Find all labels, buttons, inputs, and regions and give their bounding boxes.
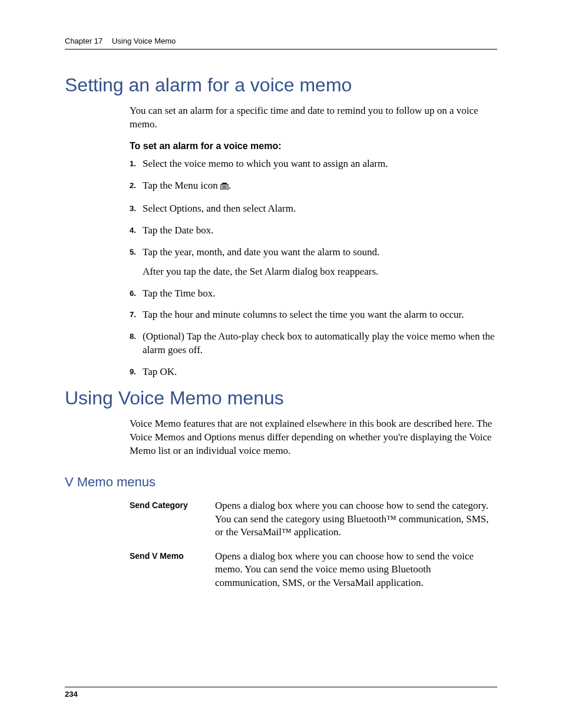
step-item: 8. (Optional) Tap the Auto-play check bo… bbox=[130, 330, 497, 357]
step-text: Select the voice memo to which you want … bbox=[143, 157, 388, 171]
step-item: 6. Tap the Time box. bbox=[130, 287, 497, 301]
menu-term: Send Category bbox=[130, 499, 215, 510]
subsection-title-vmemo: V Memo menus bbox=[65, 475, 497, 490]
step-text: Select Options, and then select Alarm. bbox=[143, 202, 296, 216]
step-text: Tap the year, month, and date you want t… bbox=[143, 246, 379, 279]
section-title-menus: Using Voice Memo menus bbox=[65, 387, 497, 409]
procedure-title: To set an alarm for a voice memo: bbox=[130, 141, 497, 151]
step-number: 4. bbox=[130, 224, 143, 235]
menu-desc: Opens a dialog box where you can choose … bbox=[215, 550, 497, 590]
step-number: 3. bbox=[130, 202, 143, 213]
procedure-steps: 1. Select the voice memo to which you wa… bbox=[130, 157, 497, 379]
menu-row: Send Category Opens a dialog box where y… bbox=[130, 499, 497, 539]
step-item: 4. Tap the Date box. bbox=[130, 224, 497, 238]
menu-desc: Opens a dialog box where you can choose … bbox=[215, 499, 497, 539]
section-menus-body: Voice Memo features that are not explain… bbox=[130, 417, 497, 458]
step-item: 5. Tap the year, month, and date you wan… bbox=[130, 246, 497, 279]
section-alarm-body: You can set an alarm for a specific time… bbox=[130, 104, 497, 379]
header-chapter: Chapter 17 bbox=[65, 37, 103, 45]
step-number: 8. bbox=[130, 330, 143, 341]
intro-paragraph: You can set an alarm for a specific time… bbox=[130, 104, 497, 131]
step-text-post: . bbox=[229, 180, 231, 191]
document-page: Chapter 17 Using Voice Memo Setting an a… bbox=[0, 0, 562, 728]
menu-icon bbox=[220, 180, 229, 194]
step-text: Tap the Menu icon . bbox=[143, 179, 231, 194]
step-text: Tap the Date box. bbox=[143, 224, 214, 238]
step-text-main: Tap the year, month, and date you want t… bbox=[143, 246, 379, 258]
running-header: Chapter 17 Using Voice Memo bbox=[65, 37, 497, 50]
header-title: Using Voice Memo bbox=[112, 37, 176, 45]
section-title-alarm: Setting an alarm for a voice memo bbox=[65, 74, 497, 96]
menu-row: Send V Memo Opens a dialog box where you… bbox=[130, 550, 497, 590]
page-footer: 234 bbox=[65, 687, 497, 699]
step-number: 6. bbox=[130, 287, 143, 298]
step-text: Tap the hour and minute columns to selec… bbox=[143, 308, 464, 322]
menu-table: Send Category Opens a dialog box where y… bbox=[130, 499, 497, 590]
step-number: 7. bbox=[130, 308, 143, 319]
step-number: 1. bbox=[130, 157, 143, 168]
step-number: 9. bbox=[130, 365, 143, 376]
step-text: Tap OK. bbox=[143, 365, 177, 379]
step-text-pre: Tap the Menu icon bbox=[143, 180, 220, 191]
step-number: 5. bbox=[130, 246, 143, 256]
step-text: Tap the Time box. bbox=[143, 287, 215, 301]
step-item: 9. Tap OK. bbox=[130, 365, 497, 379]
step-item: 7. Tap the hour and minute columns to se… bbox=[130, 308, 497, 322]
svg-rect-0 bbox=[222, 183, 227, 184]
step-item: 2. Tap the Menu icon . bbox=[130, 179, 497, 194]
step-item: 1. Select the voice memo to which you wa… bbox=[130, 157, 497, 171]
page-number: 234 bbox=[65, 690, 78, 699]
step-number: 2. bbox=[130, 179, 143, 190]
menu-term: Send V Memo bbox=[130, 550, 215, 561]
menus-intro: Voice Memo features that are not explain… bbox=[130, 417, 497, 458]
step-followup: After you tap the date, the Set Alarm di… bbox=[143, 265, 379, 279]
step-item: 3. Select Options, and then select Alarm… bbox=[130, 202, 497, 216]
step-text: (Optional) Tap the Auto-play check box t… bbox=[143, 330, 497, 357]
